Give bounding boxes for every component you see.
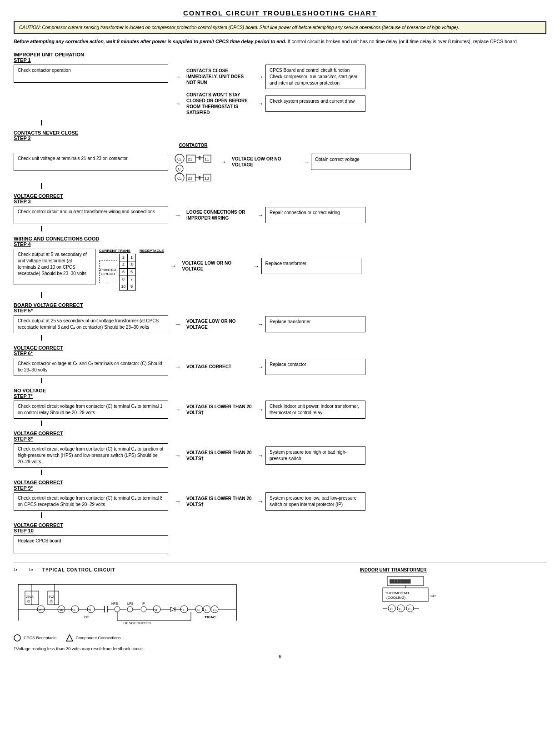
step7-condition: VOLTAGE IS LOWER THAN 20 VOLTS† xyxy=(183,404,255,416)
receptacle-table: 21 43 65 87 109 xyxy=(119,254,136,291)
step8-section: VOLTAGE CORRECT STEP 8* Check control ci… xyxy=(14,431,546,475)
transformer-svg: ▓▓▓▓▓▓▓▓ THERMOSTAT (COOLING) CR C C C₂ xyxy=(360,574,451,620)
step8-header: VOLTAGE CORRECT STEP 8* xyxy=(14,431,546,441)
step9-connector xyxy=(41,512,42,518)
step8-result: System pressure too high or bad high-pre… xyxy=(265,446,365,465)
step3-section: VOLTAGE CORRECT STEP 3 Check control cir… xyxy=(14,193,546,231)
indoor-transformer-label: INDOOR UNIT TRANSFORMER xyxy=(360,567,546,572)
svg-point-47 xyxy=(115,607,120,612)
step7-connector xyxy=(41,421,42,426)
step4-main-box: Check output at 5 va secondary of unit v… xyxy=(14,249,95,285)
svg-text:10: 10 xyxy=(59,608,63,612)
step3-main-box: Check control circuit and current transf… xyxy=(14,206,168,224)
step1-section: IMPROPER UNIT OPERATION STEP 1 Check con… xyxy=(14,52,546,125)
svg-point-93 xyxy=(14,635,20,641)
circuit-svg: 25VA ⊡ 2 5VA ⊡ 10 3 xyxy=(14,575,241,630)
svg-text:CR: CR xyxy=(430,594,436,598)
step9-section: VOLTAGE CORRECT STEP 9* Check control ci… xyxy=(14,480,546,518)
svg-text:C: C xyxy=(197,608,200,612)
arrow-right-3: → xyxy=(175,100,181,107)
arrow-step3-result: → xyxy=(257,211,264,219)
step7-header: NO VOLTAGE STEP 7* xyxy=(14,388,546,399)
arrow-step3: → xyxy=(175,211,181,219)
step3-result: Repair connection or correct wiring xyxy=(265,207,365,223)
arrow-step7-result: → xyxy=(257,406,264,413)
step1-condition2: CONTACTS WON'T STAY CLOSED OR OPEN BEFOR… xyxy=(183,92,255,115)
step4-diagram: CURRENT TRANS RECEPTACLE PRINTED CIRCUIT… xyxy=(99,249,164,291)
svg-text:C₂: C₂ xyxy=(213,608,217,612)
step9-condition: VOLTAGE IS LOWER THAN 20 VOLTS† xyxy=(183,496,255,507)
step3-connector xyxy=(41,226,42,231)
step10-section: VOLTAGE CORRECT STEP 10 Replace CPCS boa… xyxy=(14,522,546,553)
component-legend: Component Connections xyxy=(66,634,121,642)
step1-result2: Check system pressures and current draw xyxy=(265,95,365,112)
step1-connector xyxy=(41,120,42,125)
arrow-step8: → xyxy=(175,452,181,459)
svg-text:25VA: 25VA xyxy=(26,595,34,598)
arrow-step9-result: → xyxy=(257,498,264,505)
cpcs-legend: CPCS Receptacle xyxy=(14,634,57,642)
footnote-dagger: †Voltage reading less than 20 volts may … xyxy=(14,646,546,651)
step2-main-box: Check unit voltage at terminals 21 and 2… xyxy=(14,153,168,171)
svg-text:L IF SO EQUIPPED: L IF SO EQUIPPED xyxy=(123,622,151,625)
cpcs-icon xyxy=(14,634,21,642)
svg-text:C: C xyxy=(205,608,208,612)
step1-header: IMPROPER UNIT OPERATION STEP 1 xyxy=(14,52,546,63)
svg-text:21: 21 xyxy=(188,157,192,161)
svg-text:C₁: C₁ xyxy=(177,157,182,161)
arrow-step5-result: → xyxy=(257,321,264,328)
current-trans-label: CURRENT TRANS xyxy=(99,249,130,253)
svg-text:C: C xyxy=(178,167,181,171)
receptacle-label: RECEPTACLE xyxy=(140,249,164,253)
chart-area: IMPROPER UNIT OPERATION STEP 1 Check con… xyxy=(14,52,546,659)
footnotes: †Voltage reading less than 20 volts may … xyxy=(14,646,546,651)
arrow-step6: → xyxy=(175,363,181,371)
svg-text:5: 5 xyxy=(89,608,91,612)
step6-header: VOLTAGE CORRECT STEP 6* xyxy=(14,345,546,356)
step4-header: WIRING AND CONNECTIONS GOOD STEP 4 xyxy=(14,236,546,247)
svg-text:11: 11 xyxy=(205,157,209,161)
svg-text:C: C xyxy=(390,607,393,611)
component-icon xyxy=(66,634,73,642)
step4-section: WIRING AND CONNECTIONS GOOD STEP 4 Check… xyxy=(14,236,546,298)
step5-result: Replace transformer xyxy=(265,316,365,332)
step5-main-box: Check output at 25 va secondary of unit … xyxy=(14,315,168,333)
svg-text:C₂: C₂ xyxy=(177,176,182,180)
arrow-right-2: → xyxy=(257,73,264,80)
step9-header: VOLTAGE CORRECT STEP 9* xyxy=(14,480,546,491)
step4-connector xyxy=(41,292,42,298)
arrow-step4: → xyxy=(170,262,177,270)
cpcs-label: CPCS Receptacle xyxy=(24,636,57,640)
indoor-transformer-area: INDOOR UNIT TRANSFORMER ▓▓▓▓▓▓▓▓ THERMOS… xyxy=(360,567,546,621)
step2-condition: VOLTAGE LOW OR NO VOLTAGE xyxy=(228,156,301,168)
step6-section: VOLTAGE CORRECT STEP 6* Check contactor … xyxy=(14,345,546,383)
svg-marker-94 xyxy=(66,635,73,641)
svg-text:23: 23 xyxy=(188,176,192,180)
typical-circuit-area: L₁ L₂ TYPICAL CONTROL CIRCUIT 25VA ⊡ xyxy=(14,567,333,631)
svg-text:13: 13 xyxy=(205,176,209,180)
svg-text:THERMOSTAT: THERMOSTAT xyxy=(385,591,410,595)
contactor-svg: C₁ 21 11 xyxy=(173,150,214,181)
component-label: Component Connections xyxy=(76,636,121,640)
step2-result: Obtain correct voltage xyxy=(311,154,411,170)
step2-header: CONTACTS NEVER CLOSE STEP 2 xyxy=(14,130,546,141)
arrow-step8-result: → xyxy=(257,452,264,459)
arrow-right-1: → xyxy=(175,73,181,80)
typical-circuit-label: TYPICAL CONTROL CIRCUIT xyxy=(42,567,115,572)
step7-section: NO VOLTAGE STEP 7* Check control circuit… xyxy=(14,388,546,426)
step9-result: System pressure too low, bad low-pressur… xyxy=(265,492,365,511)
step10-main-box: Replace CPCS board xyxy=(14,535,168,553)
svg-text:LPS: LPS xyxy=(127,602,134,605)
svg-text:IP: IP xyxy=(142,602,145,605)
contactor-diagram: CONTACTOR C₁ 21 xyxy=(173,143,214,181)
step3-condition: LOOSE CONNECTIONS OR IMPROPER WIRING xyxy=(183,209,255,221)
svg-text:C₂: C₂ xyxy=(408,607,412,611)
step5-connector xyxy=(41,335,42,341)
svg-point-50 xyxy=(127,607,133,612)
svg-text:2: 2 xyxy=(39,608,41,612)
page-title: CONTROL CIRCUIT TROUBLESHOOTING CHART xyxy=(14,9,546,17)
step6-connector xyxy=(41,378,42,383)
svg-marker-58 xyxy=(170,607,175,612)
l1-l2-label: L₁ L₂ xyxy=(14,567,33,572)
svg-text:▓▓▓▓▓▓▓▓: ▓▓▓▓▓▓▓▓ xyxy=(390,579,411,584)
